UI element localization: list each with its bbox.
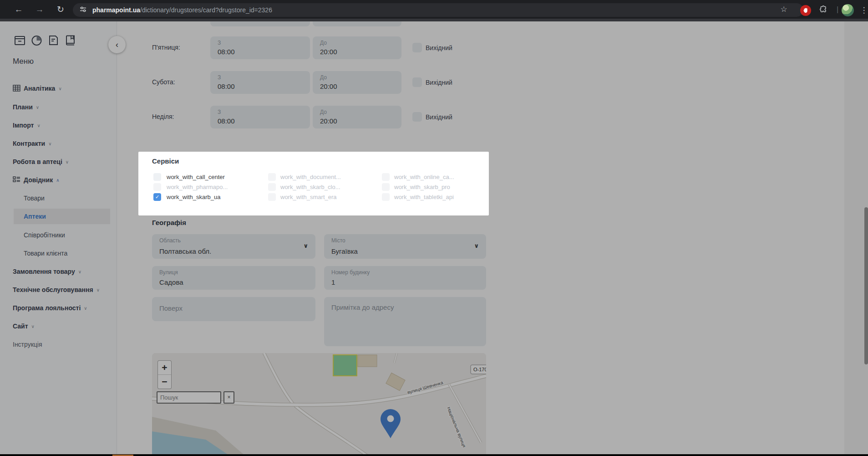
dim-overlay <box>0 21 868 456</box>
browser-menu-icon[interactable]: ⋮ <box>860 4 868 17</box>
service-checkbox-document[interactable] <box>268 173 276 181</box>
site-info-icon[interactable] <box>79 5 87 15</box>
toolbar-bottom-edge <box>0 19 868 21</box>
forward-icon[interactable]: → <box>34 4 46 15</box>
service-checkbox-online-ca[interactable] <box>382 173 390 181</box>
service-checkbox-skarb-pro[interactable] <box>382 183 390 191</box>
service-checkbox-skarb-ua[interactable]: ✓ <box>153 193 161 201</box>
service-checkbox-pharmapo[interactable] <box>153 183 161 191</box>
service-label: work_with_tabletki_api <box>394 194 454 200</box>
service-label: work_with_call_center <box>167 174 225 180</box>
adblock-extension-icon[interactable] <box>800 5 811 16</box>
bookmark-star-icon[interactable]: ☆ <box>778 4 790 15</box>
service-label: work_with_skarb_ua <box>167 194 221 200</box>
service-checkbox-call-center[interactable] <box>153 173 161 181</box>
service-label: work_with_skarb_clo... <box>280 184 340 190</box>
service-label: work_with_smart_era <box>280 194 337 200</box>
service-label: work_with_online_ca... <box>394 174 454 180</box>
service-checkbox-tabletki-api[interactable] <box>382 193 390 201</box>
service-label: work_with_document... <box>280 174 341 180</box>
page-root: ← → ↻ pharmapoint.ua/dictionary/drugstor… <box>0 0 868 456</box>
url-text: pharmapoint.ua/dictionary/drugstores/car… <box>92 6 272 14</box>
services-section: Сервіси work_with_call_center work_with_… <box>138 152 489 215</box>
back-icon[interactable]: ← <box>13 4 25 15</box>
browser-toolbar: ← → ↻ pharmapoint.ua/dictionary/drugstor… <box>0 0 868 21</box>
toolbar-divider: | <box>837 5 838 14</box>
bottom-edge-bar <box>0 454 868 456</box>
profile-avatar[interactable] <box>842 4 854 16</box>
address-bar[interactable]: pharmapoint.ua/dictionary/drugstores/car… <box>73 3 803 17</box>
service-checkbox-skarb-clo[interactable] <box>268 183 276 191</box>
service-label: work_with_skarb_pro <box>394 184 450 190</box>
service-label: work_with_pharmapo... <box>167 184 228 190</box>
services-title: Сервіси <box>152 157 179 165</box>
service-checkbox-smart-era[interactable] <box>268 193 276 201</box>
reload-icon[interactable]: ↻ <box>55 4 66 15</box>
extensions-puzzle-icon[interactable] <box>817 4 829 15</box>
check-icon: ✓ <box>155 194 159 200</box>
